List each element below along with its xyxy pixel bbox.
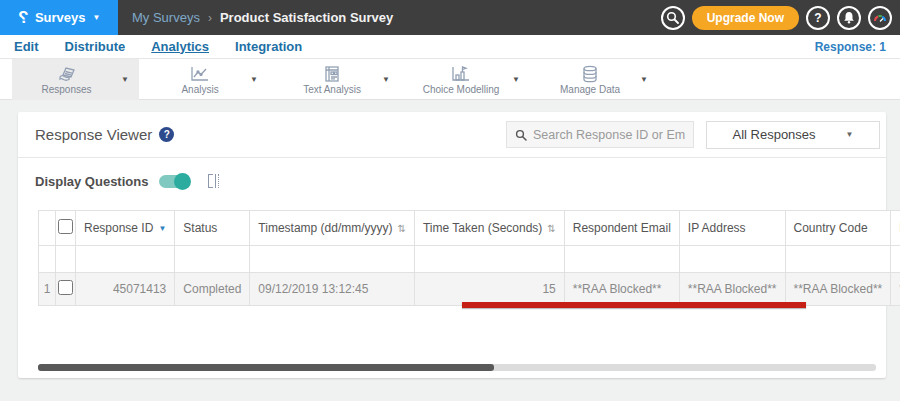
freeze-columns-icon[interactable] <box>208 173 219 189</box>
filter-cell[interactable] <box>785 246 891 273</box>
cell-response-id[interactable]: 45071413 <box>76 273 175 306</box>
filter-cell[interactable] <box>891 246 900 273</box>
search-input[interactable] <box>533 128 685 142</box>
cell-ip-address: **RAA Blocked** <box>679 273 785 306</box>
page-title: Response Viewer <box>35 126 152 143</box>
toolbar-responses[interactable]: Responses ▼ <box>12 59 139 100</box>
toolbar-choice-modelling[interactable]: Choice Modelling ▼ <box>410 59 530 100</box>
sort-desc-icon[interactable]: ▼ <box>158 224 166 233</box>
col-region[interactable]: Region <box>891 211 900 246</box>
col-response-id[interactable]: Response ID▼ <box>76 211 175 246</box>
col-respondent-email[interactable]: Respondent Email <box>564 211 679 246</box>
filter-cell <box>56 246 76 273</box>
cell-region: **RAA Blocked** <box>891 273 900 306</box>
cell-status: Completed <box>175 273 250 306</box>
col-status[interactable]: Status <box>175 211 250 246</box>
table-row: 1 45071413 Completed 09/12/2019 13:12:45… <box>39 273 900 306</box>
filter-cell <box>39 246 56 273</box>
col-timestamp[interactable]: Timestamp (dd/mm/yyyy)⇅ <box>250 211 415 246</box>
col-time-taken[interactable]: Time Taken (Seconds)⇅ <box>414 211 564 246</box>
cell-respondent-email: **RAA Blocked** <box>564 273 679 306</box>
response-search <box>506 121 694 148</box>
red-highlight-annotation <box>462 302 806 308</box>
tab-edit[interactable]: Edit <box>14 36 39 58</box>
tab-integration[interactable]: Integration <box>235 36 302 58</box>
filter-cell[interactable] <box>175 246 250 273</box>
toolbar-text-analysis[interactable]: Text Analysis ▼ <box>282 59 400 100</box>
chevron-down-icon[interactable]: ▼ <box>382 75 390 84</box>
questionpro-logo-icon: ? <box>18 8 28 28</box>
display-questions-toggle[interactable] <box>159 175 189 188</box>
chevron-down-icon[interactable]: ▼ <box>121 75 129 84</box>
chevron-down-icon: ▼ <box>93 13 101 22</box>
response-filter-dropdown[interactable]: All Responses ▼ <box>706 121 880 149</box>
sort-icon[interactable]: ⇅ <box>547 223 555 234</box>
column-filter-row <box>39 246 900 273</box>
product-menu-label: Surveys <box>35 10 86 25</box>
help-icon[interactable]: ? <box>159 127 174 142</box>
breadcrumb-survey-title: Product Satisfaction Survey <box>220 10 393 25</box>
response-viewer-card: Response Viewer ? All Responses ▼ Displa… <box>18 112 886 378</box>
filter-cell[interactable] <box>679 246 785 273</box>
product-menu[interactable]: ? Surveys ▼ <box>0 0 118 35</box>
breadcrumb: My Surveys › Product Satisfaction Survey <box>132 10 393 25</box>
text-analysis-icon <box>322 65 342 83</box>
breadcrumb-my-surveys[interactable]: My Surveys <box>132 10 200 25</box>
help-icon: ? <box>814 11 821 25</box>
horizontal-scrollbar-thumb[interactable] <box>38 364 494 371</box>
filter-cell[interactable] <box>250 246 415 273</box>
sort-icon[interactable]: ⇅ <box>398 223 406 234</box>
row-number: 1 <box>39 273 56 306</box>
toolbar-analysis[interactable]: Analysis ▼ <box>150 59 268 100</box>
cell-country-code: **RAA Blocked** <box>785 273 891 306</box>
filter-cell[interactable] <box>76 246 175 273</box>
search-icon <box>666 11 679 24</box>
responses-icon <box>56 65 78 83</box>
help-button[interactable]: ? <box>806 6 830 30</box>
filter-cell[interactable] <box>564 246 679 273</box>
breadcrumb-separator: › <box>208 11 212 25</box>
profile-button[interactable] <box>868 6 892 30</box>
top-header-bar: ? Surveys ▼ My Surveys › Product Satisfa… <box>0 0 900 35</box>
chevron-down-icon: ▼ <box>846 130 854 139</box>
table-header-row: Response ID▼ Status Timestamp (dd/mm/yyy… <box>39 211 900 246</box>
filter-dropdown-value: All Responses <box>732 127 815 142</box>
response-count-label: Response: 1 <box>815 40 886 54</box>
header-actions: Upgrade Now ? <box>661 6 900 30</box>
display-questions-label: Display Questions <box>35 174 148 189</box>
card-header: Response Viewer ? All Responses ▼ <box>18 112 886 158</box>
select-all-checkbox[interactable] <box>58 219 73 234</box>
analysis-icon <box>189 65 211 83</box>
filter-cell[interactable] <box>414 246 564 273</box>
cell-time-taken: 15 <box>414 273 564 306</box>
bell-icon <box>843 11 855 24</box>
col-country-code[interactable]: Country Code <box>785 211 891 246</box>
chevron-down-icon[interactable]: ▼ <box>640 75 648 84</box>
search-button[interactable] <box>661 6 685 30</box>
select-all-cell <box>56 211 76 246</box>
upgrade-now-button[interactable]: Upgrade Now <box>692 6 799 30</box>
responses-table: Response ID▼ Status Timestamp (dd/mm/yyy… <box>38 210 900 306</box>
chevron-down-icon[interactable]: ▼ <box>250 75 258 84</box>
choice-modelling-icon <box>450 65 472 83</box>
row-checkbox[interactable] <box>58 280 73 295</box>
toolbar-manage-data[interactable]: Manage Data ▼ <box>540 59 658 100</box>
col-ip-address[interactable]: IP Address <box>679 211 785 246</box>
score-gauge-icon <box>873 12 887 24</box>
search-icon <box>515 129 527 141</box>
notifications-button[interactable] <box>837 6 861 30</box>
app-window: ? Surveys ▼ My Surveys › Product Satisfa… <box>0 0 900 401</box>
cell-timestamp: 09/12/2019 13:12:45 <box>250 273 415 306</box>
tab-analytics[interactable]: Analytics <box>151 36 209 58</box>
survey-nav-tabs: Edit Distribute Analytics Integration Re… <box>0 35 900 59</box>
tab-distribute[interactable]: Distribute <box>65 36 126 58</box>
row-number-header <box>39 211 56 246</box>
row-select-cell <box>56 273 76 306</box>
chevron-down-icon[interactable]: ▼ <box>512 75 520 84</box>
analytics-toolbar: Responses ▼ Analysis ▼ Text Analysis ▼ <box>0 59 900 100</box>
table-controls: Display Questions <box>35 173 886 189</box>
manage-data-icon <box>581 65 599 83</box>
horizontal-scrollbar[interactable] <box>38 364 876 371</box>
